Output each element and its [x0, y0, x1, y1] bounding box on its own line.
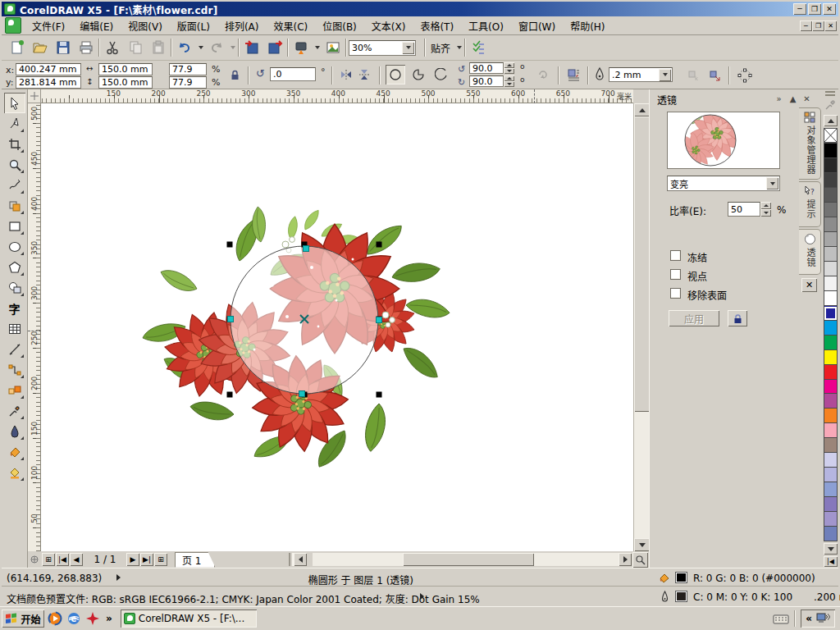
- polygon-tool[interactable]: [4, 257, 25, 277]
- add-page-start-button[interactable]: ⊞: [42, 553, 55, 566]
- color-swatch[interactable]: [824, 438, 838, 453]
- lock-button[interactable]: [728, 310, 747, 326]
- color-swatch[interactable]: [824, 143, 838, 158]
- horizontal-scrollbar[interactable]: [313, 553, 619, 566]
- object-width-field[interactable]: 150.0 mm: [98, 63, 153, 75]
- color-swatch[interactable]: [824, 365, 838, 380]
- menu-item[interactable]: 表格(T): [413, 16, 461, 35]
- table-tool[interactable]: [4, 318, 25, 339]
- to-curve-button[interactable]: k: [684, 66, 701, 84]
- paste-icon[interactable]: [148, 38, 169, 57]
- rotation-angle-field[interactable]: .0: [270, 67, 316, 81]
- explorer-icon[interactable]: e: [66, 610, 82, 627]
- profile-flyout-icon[interactable]: [420, 593, 424, 600]
- cut-icon[interactable]: [102, 38, 123, 57]
- open-icon[interactable]: [30, 38, 51, 57]
- rectangle-tool[interactable]: [4, 216, 25, 236]
- quick-launch-more-icon[interactable]: »: [106, 613, 112, 624]
- color-swatch[interactable]: [824, 203, 838, 217]
- basic-shapes-tool[interactable]: [4, 277, 25, 298]
- volume-monitor-icon[interactable]: [815, 612, 830, 625]
- media-player-icon[interactable]: [47, 610, 63, 627]
- docker-flyout-icon[interactable]: »: [773, 93, 785, 104]
- horizontal-ruler[interactable]: 150200250300350400450500550600650700 毫米: [41, 89, 633, 103]
- rate-field[interactable]: 50: [728, 202, 760, 217]
- save-icon[interactable]: [52, 38, 74, 57]
- outline-width-combo[interactable]: .2 mm: [609, 67, 673, 82]
- menu-item[interactable]: 工具(O): [461, 16, 511, 35]
- menu-item[interactable]: 编辑(E): [72, 16, 121, 35]
- palette-scroll-down-icon[interactable]: [824, 543, 838, 555]
- color-swatch[interactable]: [824, 262, 838, 276]
- menu-item[interactable]: 文本(X): [364, 16, 413, 35]
- drawing-canvas[interactable]: [41, 103, 633, 551]
- add-page-end-button[interactable]: ⊞: [154, 553, 167, 566]
- interactive-fill-tool[interactable]: [4, 462, 25, 482]
- crop-tool[interactable]: [4, 134, 25, 154]
- page-tab[interactable]: 页 1: [175, 552, 215, 568]
- keyboard-icon[interactable]: [773, 613, 789, 624]
- scroll-up-button[interactable]: [634, 103, 650, 116]
- ellipse-tool[interactable]: [4, 236, 25, 257]
- arc-start-angle-field[interactable]: 90.0: [469, 62, 504, 74]
- lens-type-dropdown-icon[interactable]: [766, 177, 778, 189]
- color-swatch[interactable]: [824, 276, 838, 291]
- arc-end-angle-field[interactable]: 90.0: [469, 75, 504, 87]
- new-icon[interactable]: [7, 38, 28, 57]
- object-height-field[interactable]: 150.0 mm: [98, 76, 153, 89]
- pie-mode-button[interactable]: [409, 65, 428, 84]
- outline-width-dropdown-icon[interactable]: [659, 69, 671, 81]
- color-swatch[interactable]: [824, 527, 838, 541]
- horizontal-scroll-thumb[interactable]: [403, 553, 534, 566]
- start-button[interactable]: 开始: [2, 609, 44, 628]
- copy-icon[interactable]: [125, 38, 146, 57]
- scale-x-field[interactable]: 77.9: [169, 63, 207, 75]
- snap-dropdown-icon[interactable]: [455, 38, 463, 57]
- export-icon[interactable]: [264, 38, 285, 57]
- quick-pan-button[interactable]: [632, 552, 648, 568]
- outline-pen-tool[interactable]: [4, 421, 25, 441]
- apply-button[interactable]: 应用: [669, 310, 719, 326]
- welcome-screen-icon[interactable]: [322, 38, 344, 57]
- color-swatch[interactable]: [824, 512, 838, 527]
- menu-item[interactable]: 位图(B): [315, 16, 364, 35]
- launcher-dropdown-icon[interactable]: [313, 38, 321, 57]
- docker-tab-close-icon[interactable]: ✕: [801, 278, 817, 292]
- eyedropper-tool[interactable]: [4, 400, 25, 421]
- previous-page-button[interactable]: ◀: [70, 553, 83, 566]
- undo-dropdown-icon[interactable]: [197, 38, 204, 57]
- zoom-dropdown-icon[interactable]: [402, 42, 414, 54]
- wrap-text-button[interactable]: [564, 66, 582, 84]
- palette-expand-icon[interactable]: |◀: [824, 556, 838, 567]
- color-swatch[interactable]: [824, 217, 838, 232]
- options-icon[interactable]: [468, 38, 489, 57]
- no-color-swatch[interactable]: [824, 128, 838, 143]
- minimize-button[interactable]: ─: [793, 3, 806, 15]
- text-tool[interactable]: 字: [4, 298, 25, 318]
- zoom-level-combo[interactable]: 30%: [349, 40, 416, 56]
- print-icon[interactable]: [75, 38, 97, 57]
- doc-restore-button[interactable]: ❐: [812, 21, 824, 31]
- color-swatch[interactable]: [824, 321, 838, 336]
- menu-item[interactable]: 版面(L): [170, 16, 217, 35]
- color-swatch[interactable]: [824, 188, 838, 203]
- drawing-scale-icon[interactable]: [28, 553, 41, 566]
- scale-y-field[interactable]: 77.9: [169, 76, 207, 89]
- docker-rollup-icon[interactable]: ▲: [787, 93, 799, 104]
- lock-ratio-button[interactable]: [227, 67, 243, 83]
- arc-end-spinner[interactable]: [504, 75, 514, 87]
- task-button-coreldraw[interactable]: CorelDRAW X5 - [F:\...: [121, 609, 257, 628]
- docker-close-icon[interactable]: ✕: [801, 93, 813, 104]
- x-position-field[interactable]: 400.247 mm: [16, 63, 81, 75]
- y-position-field[interactable]: 281.814 mm: [16, 76, 81, 89]
- tab-object-manager[interactable]: 对象管理器: [799, 107, 821, 180]
- color-swatch[interactable]: [824, 232, 838, 247]
- color-swatch[interactable]: [824, 423, 838, 438]
- ellipse-nodes-button[interactable]: [735, 66, 755, 85]
- vertical-ruler[interactable]: 50045040035030025020015010050: [28, 103, 41, 551]
- color-swatch[interactable]: [824, 453, 838, 468]
- palette-eyedropper-icon[interactable]: [824, 98, 836, 113]
- ruler-origin[interactable]: [28, 89, 41, 103]
- app-icon[interactable]: [4, 3, 16, 15]
- doc-minimize-button[interactable]: ─: [800, 21, 812, 31]
